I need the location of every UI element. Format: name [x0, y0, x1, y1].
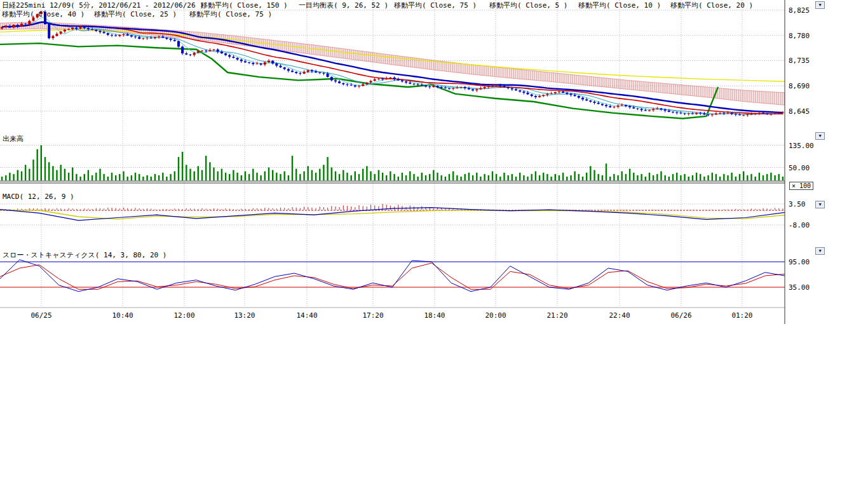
- time-axis-label: 18:40: [414, 311, 455, 320]
- chevron-down-icon: ▼: [818, 3, 821, 8]
- chart-canvas: [0, 0, 785, 325]
- time-axis-label: 12:00: [164, 311, 205, 320]
- legend-ma150: 移動平均( Close, 150 ): [201, 1, 288, 10]
- macd-panel-dropdown-button[interactable]: ▼: [815, 201, 825, 208]
- time-axis-label: 01:20: [722, 311, 763, 320]
- legend-ma20: 移動平均( Close, 20 ): [670, 1, 753, 10]
- volume-panel-title: 出来高: [3, 134, 24, 144]
- chevron-down-icon: ▼: [818, 248, 821, 254]
- price-axis-label: 8,645: [789, 107, 810, 116]
- macd-axis-label: -8.00: [789, 221, 810, 229]
- chart-legend-row1: 日経225mini 12/09( 5分, 2012/06/21 - 2012/0…: [0, 1, 868, 10]
- chevron-down-icon: ▼: [818, 202, 821, 207]
- price-axis-label: 8,780: [789, 32, 810, 40]
- time-axis-label: 21:20: [537, 311, 578, 320]
- legend-ma5: 移動平均( Close, 5 ): [489, 1, 567, 10]
- legend-ma25: 移動平均( Close, 25 ): [94, 10, 177, 19]
- time-axis-label: 06/26: [661, 311, 702, 320]
- time-axis-label: 13:20: [224, 311, 265, 320]
- legend-ma75b: 移動平均( Close, 75 ): [189, 10, 272, 19]
- time-axis-label: 10:40: [102, 311, 143, 320]
- macd-panel-title: MACD( 12, 26, 9 ): [3, 193, 74, 201]
- macd-axis-label: 3.50: [789, 200, 806, 208]
- legend-ma10: 移動平均( Close, 10 ): [578, 1, 661, 10]
- time-axis-label: 20:00: [475, 311, 516, 320]
- time-axis-label: 17:20: [353, 311, 393, 320]
- volume-axis-label: 135.00: [789, 142, 814, 150]
- stochastics-axis-label: 95.00: [789, 258, 810, 266]
- legend-ma40: 移動平均( Close, 40 ): [2, 10, 85, 19]
- stochastics-panel-dropdown-button[interactable]: ▼: [815, 247, 825, 255]
- time-axis-label: 22:40: [599, 311, 640, 320]
- legend-instrument: 日経225mini 12/09( 5分, 2012/06/21 - 2012/0…: [2, 1, 204, 10]
- time-axis-label: 06/25: [21, 311, 62, 320]
- price-axis-label: 8,735: [789, 57, 810, 65]
- volume-axis-label: 50.00: [789, 164, 810, 172]
- chart-legend-row2: 移動平均( Close, 40 ) 移動平均( Close, 25 ) 移動平均…: [0, 10, 868, 18]
- price-axis-label: 8,825: [789, 6, 810, 15]
- volume-scale-badge: × 100: [789, 182, 813, 190]
- stochastics-panel-title: スロー・ストキャスティクス( 14, 3, 80, 20 ): [3, 250, 166, 260]
- time-axis-label: 14:40: [287, 311, 327, 320]
- legend-ma75: 移動平均( Close, 75 ): [394, 1, 477, 10]
- price-panel-dropdown-button[interactable]: ▼: [815, 1, 825, 9]
- trading-chart-application: 日経225mini 12/09( 5分, 2012/06/21 - 2012/0…: [0, 0, 868, 488]
- legend-ichimoku: 一目均衡表( 9, 26, 52 ): [299, 1, 388, 10]
- price-axis-label: 8,690: [789, 82, 810, 90]
- stochastics-axis-label: 35.00: [789, 283, 810, 292]
- volume-panel-dropdown-button[interactable]: ▼: [815, 132, 825, 140]
- chevron-down-icon: ▼: [818, 133, 821, 139]
